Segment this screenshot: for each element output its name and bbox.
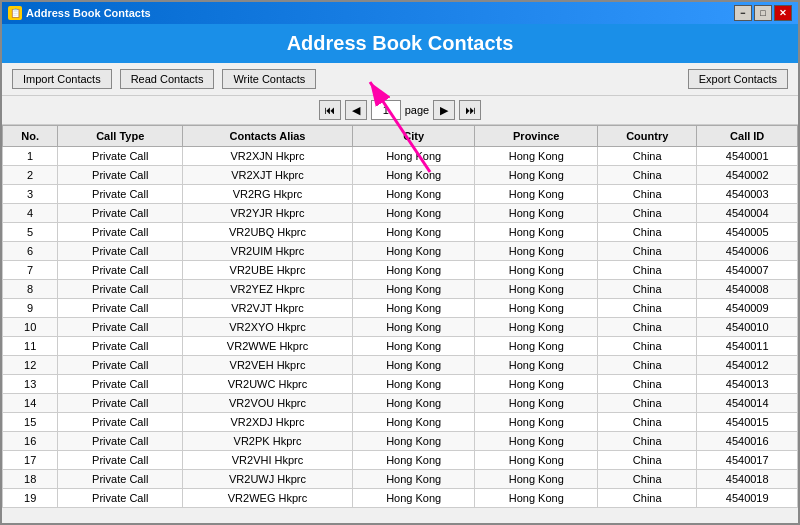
- table-cell: 4540004: [697, 204, 798, 223]
- table-row[interactable]: 19Private CallVR2WEG HkprcHong KongHong …: [3, 489, 798, 508]
- table-row[interactable]: 13Private CallVR2UWC HkprcHong KongHong …: [3, 375, 798, 394]
- table-cell: VR2VOU Hkprc: [183, 394, 353, 413]
- table-row[interactable]: 12Private CallVR2VEH HkprcHong KongHong …: [3, 356, 798, 375]
- table-cell: Hong Kong: [352, 223, 475, 242]
- table-cell: Private Call: [58, 261, 183, 280]
- toolbar: Import Contacts Read Contacts Write Cont…: [2, 63, 798, 96]
- col-province: Province: [475, 126, 598, 147]
- table-cell: 11: [3, 337, 58, 356]
- table-cell: VR2VHI Hkprc: [183, 451, 353, 470]
- table-row[interactable]: 10Private CallVR2XYO HkprcHong KongHong …: [3, 318, 798, 337]
- table-cell: Hong Kong: [475, 432, 598, 451]
- table-cell: VR2RG Hkprc: [183, 185, 353, 204]
- table-cell: 10: [3, 318, 58, 337]
- table-cell: Hong Kong: [352, 375, 475, 394]
- first-page-button[interactable]: ⏮: [319, 100, 341, 120]
- col-no: No.: [3, 126, 58, 147]
- table-cell: Hong Kong: [352, 337, 475, 356]
- table-row[interactable]: 15Private CallVR2XDJ HkprcHong KongHong …: [3, 413, 798, 432]
- table-row[interactable]: 6Private CallVR2UIM HkprcHong KongHong K…: [3, 242, 798, 261]
- table-cell: Hong Kong: [475, 337, 598, 356]
- table-cell: VR2YEZ Hkprc: [183, 280, 353, 299]
- table-cell: China: [598, 223, 697, 242]
- table-cell: Private Call: [58, 356, 183, 375]
- table-cell: Hong Kong: [475, 166, 598, 185]
- table-row[interactable]: 2Private CallVR2XJT HkprcHong KongHong K…: [3, 166, 798, 185]
- table-cell: 12: [3, 356, 58, 375]
- table-cell: VR2UWJ Hkprc: [183, 470, 353, 489]
- table-cell: Hong Kong: [475, 204, 598, 223]
- table-cell: Hong Kong: [352, 147, 475, 166]
- table-cell: China: [598, 242, 697, 261]
- table-cell: China: [598, 318, 697, 337]
- table-row[interactable]: 8Private CallVR2YEZ HkprcHong KongHong K…: [3, 280, 798, 299]
- table-cell: Hong Kong: [352, 261, 475, 280]
- table-cell: Hong Kong: [352, 299, 475, 318]
- table-cell: China: [598, 375, 697, 394]
- table-cell: Hong Kong: [475, 242, 598, 261]
- table-cell: Private Call: [58, 337, 183, 356]
- close-button[interactable]: ✕: [774, 5, 792, 21]
- table-cell: Hong Kong: [352, 394, 475, 413]
- table-row[interactable]: 18Private CallVR2UWJ HkprcHong KongHong …: [3, 470, 798, 489]
- col-alias: Contacts Alias: [183, 126, 353, 147]
- table-row[interactable]: 16Private CallVR2PK HkprcHong KongHong K…: [3, 432, 798, 451]
- table-cell: VR2WEG Hkprc: [183, 489, 353, 508]
- table-cell: Private Call: [58, 280, 183, 299]
- table-header: No. Call Type Contacts Alias City Provin…: [3, 126, 798, 147]
- table-row[interactable]: 7Private CallVR2UBE HkprcHong KongHong K…: [3, 261, 798, 280]
- contacts-table: No. Call Type Contacts Alias City Provin…: [2, 125, 798, 508]
- table-cell: Hong Kong: [475, 375, 598, 394]
- table-cell: Hong Kong: [475, 489, 598, 508]
- table-cell: 4540006: [697, 242, 798, 261]
- table-row[interactable]: 4Private CallVR2YJR HkprcHong KongHong K…: [3, 204, 798, 223]
- table-cell: China: [598, 356, 697, 375]
- table-cell: Hong Kong: [352, 470, 475, 489]
- table-row[interactable]: 14Private CallVR2VOU HkprcHong KongHong …: [3, 394, 798, 413]
- table-cell: China: [598, 166, 697, 185]
- table-cell: Hong Kong: [352, 413, 475, 432]
- write-contacts-button[interactable]: Write Contacts: [222, 69, 316, 89]
- table-row[interactable]: 1Private CallVR2XJN HkprcHong KongHong K…: [3, 147, 798, 166]
- read-contacts-button[interactable]: Read Contacts: [120, 69, 215, 89]
- minimize-button[interactable]: −: [734, 5, 752, 21]
- import-contacts-button[interactable]: Import Contacts: [12, 69, 112, 89]
- table-cell: Hong Kong: [475, 394, 598, 413]
- table-cell: China: [598, 299, 697, 318]
- table-cell: 4540001: [697, 147, 798, 166]
- next-page-button[interactable]: ▶: [433, 100, 455, 120]
- table-cell: 4540012: [697, 356, 798, 375]
- table-cell: Hong Kong: [475, 470, 598, 489]
- table-cell: 4540011: [697, 337, 798, 356]
- maximize-button[interactable]: □: [754, 5, 772, 21]
- table-cell: 14: [3, 394, 58, 413]
- table-cell: Private Call: [58, 166, 183, 185]
- table-cell: VR2PK Hkprc: [183, 432, 353, 451]
- table-cell: VR2VJT Hkprc: [183, 299, 353, 318]
- export-contacts-button[interactable]: Export Contacts: [688, 69, 788, 89]
- table-row[interactable]: 11Private CallVR2WWE HkprcHong KongHong …: [3, 337, 798, 356]
- table-cell: China: [598, 432, 697, 451]
- page-number-input[interactable]: 1: [371, 100, 401, 120]
- table-cell: China: [598, 185, 697, 204]
- table-cell: Hong Kong: [475, 280, 598, 299]
- col-city: City: [352, 126, 475, 147]
- last-page-button[interactable]: ⏭: [459, 100, 481, 120]
- table-row[interactable]: 17Private CallVR2VHI HkprcHong KongHong …: [3, 451, 798, 470]
- table-cell: 19: [3, 489, 58, 508]
- table-cell: Hong Kong: [475, 185, 598, 204]
- table-row[interactable]: 9Private CallVR2VJT HkprcHong KongHong K…: [3, 299, 798, 318]
- table-cell: Hong Kong: [475, 223, 598, 242]
- table-cell: 4540008: [697, 280, 798, 299]
- table-cell: 4540002: [697, 166, 798, 185]
- table-container: No. Call Type Contacts Alias City Provin…: [2, 125, 798, 523]
- table-row[interactable]: 5Private CallVR2UBQ HkprcHong KongHong K…: [3, 223, 798, 242]
- table-cell: 18: [3, 470, 58, 489]
- title-bar: 📋 Address Book Contacts − □ ✕: [2, 2, 798, 24]
- col-country: Country: [598, 126, 697, 147]
- table-cell: 4540017: [697, 451, 798, 470]
- table-body: 1Private CallVR2XJN HkprcHong KongHong K…: [3, 147, 798, 508]
- page-label: page: [405, 104, 429, 116]
- prev-page-button[interactable]: ◀: [345, 100, 367, 120]
- table-row[interactable]: 3Private CallVR2RG HkprcHong KongHong Ko…: [3, 185, 798, 204]
